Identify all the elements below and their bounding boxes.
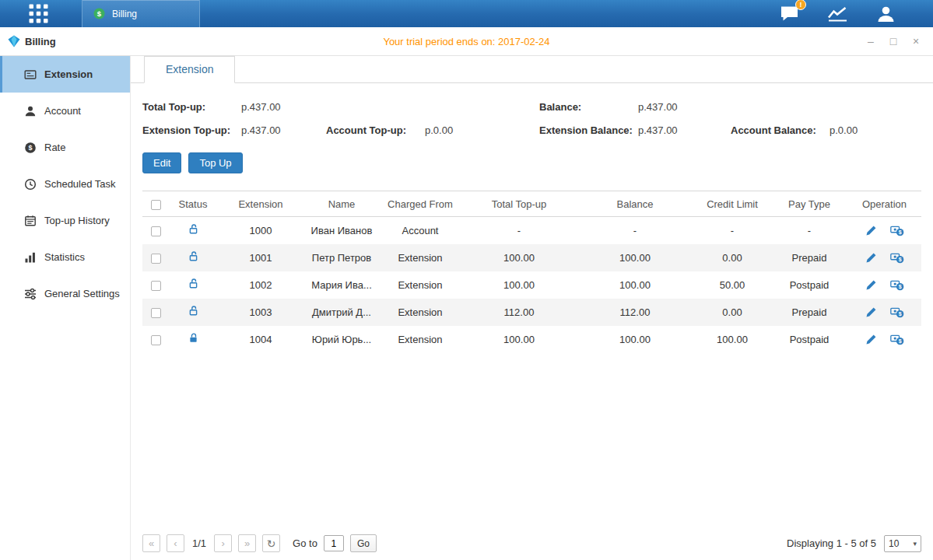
row-checkbox[interactable] [151,254,161,264]
messages-icon[interactable]: ! [780,5,799,23]
first-page-icon[interactable]: « [142,534,160,552]
sidebar-item-account[interactable]: Account [0,93,130,129]
close-icon[interactable]: × [909,34,923,48]
sidebar-item-label: Extension [44,68,93,80]
maximize-icon[interactable]: □ [886,34,900,48]
sidebar-item-general-settings[interactable]: General Settings [0,275,130,312]
cell-select [142,326,169,353]
table-row: 1003 Дмитрий Д... Extension 112.00 112.0… [142,299,921,326]
sidebar-item-extension[interactable]: Extension [0,56,130,93]
cell-balance: - [577,217,693,244]
top-up-icon[interactable]: $ [890,334,904,345]
cell-operation: $ [847,271,921,299]
app-window: $ Billing ! Billing Your trial period en… [0,0,933,560]
app-launcher-grid-icon[interactable] [28,3,49,24]
toolbar: Edit Top Up [142,152,921,173]
cell-select [142,217,169,244]
cell-pay-type: Prepaid [771,299,847,326]
lock-status-icon[interactable] [188,250,199,262]
cell-status [169,271,217,299]
summary-label: Total Top-up: [142,101,241,113]
cell-status [169,217,217,244]
svg-text:$: $ [898,338,901,345]
cell-extension: 1001 [217,244,304,271]
cell-total-topup: 112.00 [461,299,577,326]
sidebar-item-statistics[interactable]: Statistics [0,239,130,275]
cell-extension: 1000 [217,217,304,244]
edit-icon[interactable] [865,334,877,345]
last-page-icon[interactable]: » [238,534,256,552]
top-up-icon[interactable]: $ [890,306,904,318]
cell-pay-type: Postpaid [771,326,847,353]
goto-page-input[interactable] [324,535,344,551]
next-page-icon[interactable]: › [214,534,232,552]
svg-text:$: $ [898,284,901,290]
cell-charged-from: Account [379,217,461,244]
bar-chart-icon [23,251,37,264]
go-button[interactable]: Go [350,534,377,552]
summary-value: p.437.00 [638,124,678,136]
top-bar: $ Billing ! [0,0,933,27]
cell-name: Иван Иванов [304,217,379,244]
sidebar-item-label: Statistics [44,251,85,263]
sidebar-item-scheduled-task[interactable]: Scheduled Task [0,166,130,202]
row-checkbox[interactable] [151,226,161,236]
table-row: 1000 Иван Иванов Account - - - - $ [142,217,921,244]
cell-name: Петр Петров [304,244,379,271]
summary-label: Account Balance: [731,124,830,136]
row-checkbox[interactable] [151,335,161,345]
summary-account-balance: Account Balance:p.0.00 [731,124,921,136]
col-credit-limit: Credit Limit [693,191,771,217]
cell-name: Мария Ива... [304,271,379,299]
row-checkbox[interactable] [151,281,161,291]
edit-button[interactable]: Edit [142,152,181,173]
chevron-down-icon: ▾ [913,540,917,548]
content-area: Total Top-up:p.437.00 Balance:p.437.00 E… [131,83,933,560]
lock-status-icon[interactable] [188,223,199,235]
summary-account-topup: Account Top-up:p.0.00 [326,124,539,136]
edit-icon[interactable] [865,279,877,291]
displaying-text: Displaying 1 - 5 of 5 [787,537,876,549]
summary-label: Extension Balance: [539,124,638,136]
billing-app-tab[interactable]: $ Billing [82,0,200,27]
select-all-cell [142,191,169,217]
account-person-icon [23,105,37,117]
pagination-right: Displaying 1 - 5 of 5 10 ▾ [787,535,921,552]
tab-extension[interactable]: Extension [144,56,235,83]
prev-page-icon[interactable]: ‹ [167,534,184,552]
col-extension: Extension [217,191,304,217]
edit-icon[interactable] [865,225,877,236]
select-all-checkbox[interactable] [151,200,161,210]
cell-operation: $ [847,217,921,244]
lock-status-icon[interactable] [188,332,199,344]
refresh-icon[interactable]: ↻ [262,534,280,552]
sidebar-item-label: Top-up History [44,215,110,226]
cell-operation: $ [847,244,921,271]
topbar-right-icons: ! [780,5,933,23]
summary-label: Balance: [539,101,638,113]
cell-credit-limit: 100.00 [693,326,771,353]
edit-icon[interactable] [865,252,877,264]
sidebar-item-label: General Settings [44,288,120,299]
cell-extension: 1004 [217,326,304,353]
statistics-monitor-icon[interactable] [827,5,848,23]
sidebar-item-rate[interactable]: $ Rate [0,129,130,166]
lock-status-icon[interactable] [188,305,199,317]
user-account-icon[interactable] [876,5,896,23]
row-checkbox[interactable] [151,308,161,318]
minimize-icon[interactable]: – [864,34,878,48]
sidebar-item-topup-history[interactable]: Top-up History [0,202,130,239]
page-size-value: 10 [889,538,899,549]
summary-balance: Balance:p.437.00 [539,101,731,113]
top-up-icon[interactable]: $ [890,225,904,236]
top-up-icon[interactable]: $ [890,279,904,291]
top-up-icon[interactable]: $ [890,252,904,264]
page-size-select[interactable]: 10 ▾ [884,535,921,552]
lock-status-icon[interactable] [188,278,199,289]
edit-icon[interactable] [865,306,877,318]
calendar-icon [23,215,37,227]
svg-text:$: $ [898,311,901,317]
app-body: Extension Account $ Rate Scheduled Task [0,56,933,560]
summary-label: Extension Top-up: [142,124,241,136]
top-up-button[interactable]: Top Up [188,152,242,173]
